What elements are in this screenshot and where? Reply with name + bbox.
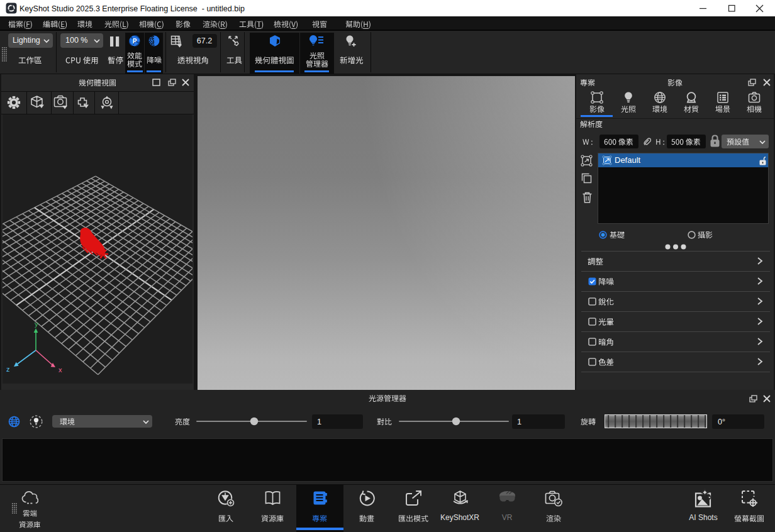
svg-text:P: P bbox=[133, 38, 137, 45]
svg-text:z: z bbox=[6, 365, 10, 373]
svg-text:y: y bbox=[35, 320, 38, 328]
svg-text:x: x bbox=[59, 366, 62, 374]
